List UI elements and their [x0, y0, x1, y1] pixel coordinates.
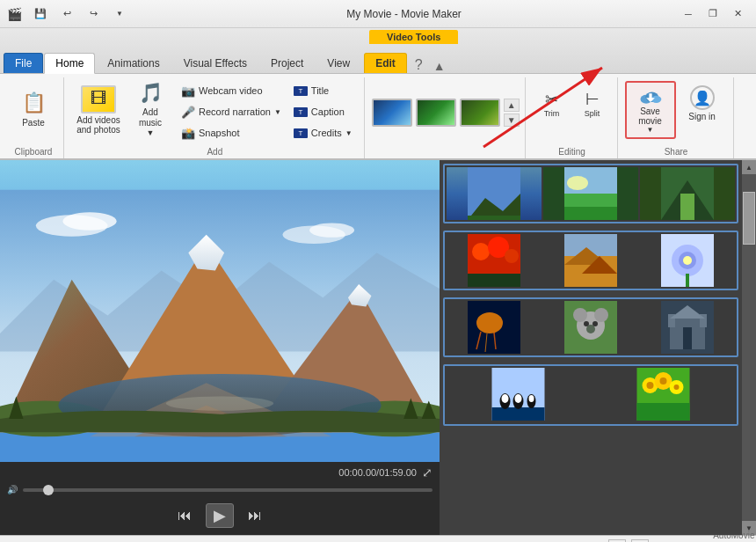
svg-rect-48 — [686, 274, 689, 287]
theme-scroll-up[interactable]: ▲ — [504, 99, 520, 112]
svg-point-50 — [476, 312, 503, 333]
app-icon: 🎬 — [7, 7, 22, 21]
restore-btn[interactable]: ❐ — [701, 4, 724, 24]
minimize-btn[interactable]: ─ — [677, 4, 700, 24]
theme-thumb-2[interactable] — [416, 99, 456, 127]
narration-btn[interactable]: 🎤 Record narration ▼ — [177, 102, 286, 121]
ribbon-collapse-btn[interactable]: ▲ — [430, 59, 449, 73]
rewind-btn[interactable]: ⏮ — [171, 503, 199, 528]
paste-icon: 📋 — [22, 92, 46, 114]
add-content: 🎞 Add videos and photos 🎵 Add music ▼ 📷 … — [73, 77, 357, 155]
svg-point-72 — [515, 394, 522, 403]
share-label: Share — [625, 147, 728, 157]
thumb-item-yellow-flowers[interactable] — [592, 368, 735, 421]
scroll-track[interactable] — [742, 174, 756, 521]
ribbon-group-add: 🎞 Add videos and photos 🎵 Add music ▼ 📷 … — [66, 77, 365, 158]
sign-in-btn[interactable]: 👤 Sign in — [680, 81, 725, 139]
thumbnails-scroll[interactable] — [440, 160, 742, 535]
tab-visual-effects[interactable]: Visual Effects — [172, 53, 258, 73]
video-preview: 00:00.00/01:59.00 ⤢ 🔊 ⏮ ▶ ⏭ — [0, 160, 440, 535]
thumb-item-jellyfish[interactable] — [447, 301, 542, 354]
quick-dropdown-btn[interactable]: ▼ — [108, 4, 131, 24]
svg-point-60 — [592, 321, 598, 326]
svg-point-70 — [502, 394, 509, 403]
sign-in-avatar-icon: 👤 — [690, 85, 715, 110]
add-music-btn[interactable]: 🎵 Add music ▼ — [127, 81, 173, 139]
tab-home[interactable]: Home — [44, 53, 95, 74]
snapshot-btn[interactable]: 📸 Snapshot — [177, 123, 286, 143]
add-music-dropdown-icon: ▼ — [147, 128, 155, 138]
split-icon: ⊢ — [585, 90, 600, 109]
tab-project[interactable]: Project — [259, 53, 315, 73]
quick-save-btn[interactable]: 💾 — [29, 4, 52, 24]
svg-rect-27 — [468, 216, 520, 220]
svg-point-9 — [309, 223, 354, 238]
video-tools-label: Video Tools — [369, 30, 458, 44]
title-bar: 🎬 💾 ↩ ↪ ▼ My Movie - Movie Maker ─ ❐ ✕ — [0, 0, 756, 28]
credits-btn[interactable]: T Credits ▼ — [289, 123, 357, 143]
clipboard-label: Clipboard — [4, 147, 63, 157]
tab-edit[interactable]: Edit — [364, 53, 407, 73]
thumb-item-blue-flower[interactable] — [640, 234, 735, 287]
thumb-item-red-flowers[interactable] — [447, 234, 542, 287]
play-btn[interactable]: ▶ — [206, 503, 234, 528]
ribbon-group-automovie: ▲ ▼ AutoMovie themes — [367, 77, 526, 158]
tab-file[interactable]: File — [4, 53, 43, 73]
svg-point-74 — [529, 395, 534, 402]
forward-btn[interactable]: ⏭ — [241, 503, 269, 528]
svg-point-79 — [647, 382, 654, 389]
title-btn-ribbon[interactable]: T Title — [289, 81, 357, 100]
save-movie-btn[interactable]: Save movie ▼ — [625, 81, 676, 139]
svg-point-80 — [660, 377, 667, 385]
quick-redo-btn[interactable]: ↪ — [82, 4, 105, 24]
scrubber-thumb[interactable] — [43, 485, 54, 495]
close-btn[interactable]: ✕ — [726, 4, 749, 24]
webcam-btn[interactable]: 📷 Webcam video — [177, 81, 286, 100]
add-text-btns: T Title T Caption T Credits ▼ — [289, 81, 357, 143]
svg-point-81 — [674, 385, 680, 390]
volume-icon[interactable]: 🔊 — [7, 485, 18, 494]
thumb-item-desert[interactable] — [543, 234, 638, 287]
app-title: My Movie - Movie Maker — [131, 8, 677, 20]
caption-btn[interactable]: T Caption — [289, 102, 357, 121]
ribbon-group-share: Save movie ▼ 👤 Sign in Share — [620, 77, 734, 158]
split-btn[interactable]: ⊢ Split — [573, 84, 612, 123]
ribbon-help-btn[interactable]: ? — [408, 57, 430, 73]
trim-btn[interactable]: ✂ Trim — [533, 84, 571, 123]
timeline-scrubber[interactable] — [23, 488, 433, 492]
theme-scroll-down[interactable]: ▼ — [504, 114, 520, 127]
thumb-row-1 — [443, 164, 738, 223]
paste-btn[interactable]: 📋 Paste — [11, 81, 56, 139]
tab-animations[interactable]: Animations — [96, 53, 171, 73]
quick-access: 🎬 💾 ↩ ↪ ▼ — [7, 4, 131, 24]
thumb-item-koala[interactable] — [543, 301, 638, 354]
fullscreen-icon[interactable]: ⤢ — [422, 465, 433, 480]
svg-rect-31 — [564, 207, 617, 220]
ribbon-group-clipboard: 📋 Paste Clipboard — [4, 77, 64, 158]
svg-point-56 — [573, 308, 587, 322]
thumb-item-forest-path[interactable] — [640, 167, 735, 220]
snapshot-icon: 📸 — [181, 127, 195, 140]
theme-thumb-3[interactable] — [460, 99, 500, 127]
add-videos-icon: 🎞 — [81, 85, 116, 114]
thumb-item-green-field[interactable] — [543, 167, 638, 220]
add-label: Add — [66, 147, 364, 157]
thumb-item-penguins[interactable] — [447, 368, 590, 421]
scroll-thumb[interactable] — [743, 192, 755, 245]
thumb-item-castle[interactable] — [640, 301, 735, 354]
scroll-up-btn[interactable]: ▲ — [742, 160, 756, 174]
theme-thumb-1[interactable] — [372, 99, 412, 127]
svg-point-47 — [683, 256, 692, 265]
editing-content: ✂ Trim ⊢ Split — [533, 81, 612, 123]
credits-icon: T — [294, 128, 308, 138]
add-videos-btn[interactable]: 🎞 Add videos and photos — [73, 81, 124, 139]
current-time: 00:00.00/01:59.00 — [338, 467, 417, 478]
video-display — [0, 160, 440, 462]
theme-scroll[interactable]: ▲ ▼ — [504, 99, 520, 127]
thumb-row-2 — [443, 231, 738, 290]
tab-view[interactable]: View — [316, 53, 361, 73]
quick-undo-btn[interactable]: ↩ — [55, 4, 78, 24]
svg-point-59 — [584, 321, 589, 326]
main-content: 00:00.00/01:59.00 ⤢ 🔊 ⏮ ▶ ⏭ — [0, 160, 756, 535]
thumb-item-sky-prev[interactable] — [447, 167, 542, 220]
